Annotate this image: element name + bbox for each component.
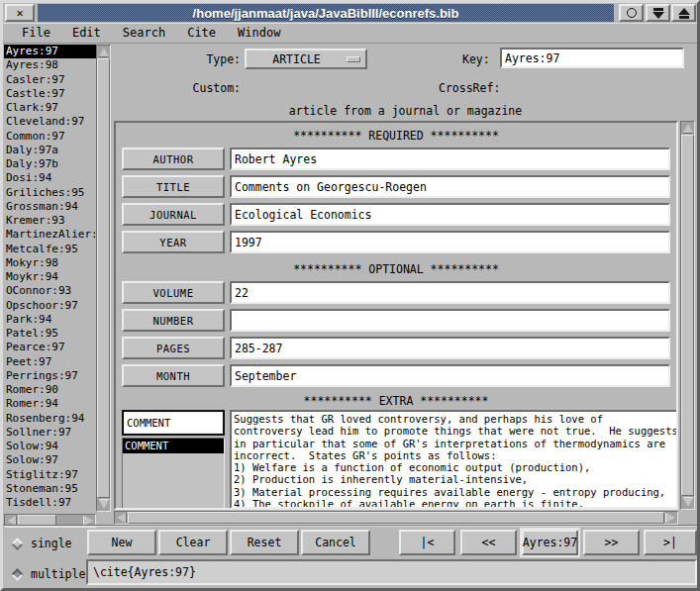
- reference-list-item[interactable]: Daly:97b: [4, 157, 96, 171]
- radio-diamond-icon[interactable]: [11, 568, 24, 581]
- window-close-button[interactable]: ✕: [5, 4, 35, 22]
- reference-list-item[interactable]: Tisdell:97: [4, 496, 96, 510]
- menu-item[interactable]: Window: [229, 24, 289, 42]
- field-label-button[interactable]: PAGES: [122, 337, 225, 359]
- reference-list-item[interactable]: Solow:94: [4, 440, 96, 453]
- reference-list-item[interactable]: Daly:97a: [4, 144, 96, 157]
- reference-list-item[interactable]: MartinezAlier:97: [4, 228, 96, 242]
- scroll-right-icon[interactable]: [664, 512, 677, 524]
- field-input[interactable]: [230, 364, 670, 387]
- nav-button[interactable]: >>: [583, 530, 640, 555]
- window-shade-button[interactable]: [646, 4, 670, 22]
- field-input[interactable]: [230, 175, 670, 198]
- nav-button[interactable]: <<: [460, 530, 517, 555]
- mode-multiple[interactable]: multiple: [3, 559, 86, 589]
- reference-list-item[interactable]: Romer:90: [4, 383, 96, 397]
- reference-list-item[interactable]: Kremer:93: [4, 214, 96, 228]
- reference-list-item[interactable]: Moykr:94: [4, 270, 96, 284]
- scrollbar-track[interactable]: [97, 58, 110, 498]
- field-label-button[interactable]: JOURNAL: [122, 203, 225, 226]
- scrollbar-thumb[interactable]: [128, 512, 664, 524]
- field-label-button[interactable]: MONTH: [122, 364, 225, 387]
- field-input[interactable]: [230, 281, 670, 304]
- reference-list-item[interactable]: Stiglitz:97: [4, 468, 96, 482]
- window-menu-button[interactable]: [619, 4, 644, 22]
- scrollbar-track[interactable]: [128, 512, 664, 524]
- field-row: YEAR: [122, 231, 670, 253]
- scrollbar-track[interactable]: [681, 135, 694, 496]
- extra-field-name-input[interactable]: [122, 410, 225, 436]
- reference-list-item[interactable]: Ayres:97: [4, 45, 96, 58]
- reference-list-item[interactable]: Grossman:94: [4, 200, 96, 214]
- key-input[interactable]: [500, 48, 684, 68]
- reference-list-item[interactable]: Mokyr:98: [4, 256, 96, 270]
- reference-list-item[interactable]: Sollner:97: [4, 426, 96, 440]
- form-horizontal-scrollbar[interactable]: [114, 511, 678, 525]
- scroll-up-icon[interactable]: [97, 46, 110, 58]
- reference-list-item[interactable]: Rosenberg:94: [4, 412, 96, 426]
- reference-list-item[interactable]: Stoneman:95: [4, 482, 96, 496]
- scroll-down-icon[interactable]: [681, 496, 694, 509]
- nav-button[interactable]: |<: [399, 530, 455, 555]
- entry-form-panel: ********** REQUIRED ********** AUTHOR TI…: [114, 121, 678, 510]
- menu-bar: FileEditSearchCiteWindow: [3, 23, 697, 44]
- reference-list-item[interactable]: Ayres:98: [4, 58, 96, 72]
- type-dropdown[interactable]: ARTICLE: [245, 49, 367, 69]
- nav-button[interactable]: Ayres:97: [522, 530, 578, 555]
- field-row: PAGES: [122, 337, 670, 359]
- scrollbar-thumb[interactable]: [97, 58, 110, 498]
- reference-list-item[interactable]: Casler:97: [4, 73, 96, 87]
- reset-button[interactable]: Reset: [230, 530, 299, 555]
- menu-item[interactable]: File: [13, 24, 59, 42]
- radio-diamond-icon[interactable]: [11, 538, 24, 550]
- extra-field-column: COMMENT: [122, 410, 225, 509]
- nav-button[interactable]: >|: [644, 530, 697, 555]
- extra-field-list-item[interactable]: COMMENT: [123, 439, 224, 453]
- cite-input[interactable]: [86, 559, 697, 585]
- optional-fields: VOLUME NUMBER PAGES MONTH: [120, 281, 672, 387]
- field-input[interactable]: [230, 309, 670, 332]
- menu-item[interactable]: Cite: [178, 24, 225, 42]
- scroll-left-icon[interactable]: [115, 512, 128, 524]
- reference-list-item[interactable]: Opschoor:97: [4, 299, 96, 313]
- reference-list-item[interactable]: Clark:97: [4, 101, 96, 115]
- field-label-button[interactable]: YEAR: [122, 231, 225, 253]
- reference-list-item[interactable]: Metcalfe:95: [4, 243, 96, 256]
- title-bar[interactable]: ✕ /home/jjanmaat/java/JavaBibIII/econref…: [3, 3, 697, 23]
- field-label-button[interactable]: NUMBER: [122, 309, 225, 332]
- cancel-button[interactable]: Cancel: [301, 530, 370, 555]
- reference-list-item[interactable]: Dosi:94: [4, 171, 96, 185]
- reference-list-item[interactable]: Perrings:97: [4, 369, 96, 383]
- reference-list-item[interactable]: Castle:97: [4, 87, 96, 101]
- reference-list-item[interactable]: Pearce:97: [4, 341, 96, 354]
- reference-list-item[interactable]: Solow:97: [4, 453, 96, 467]
- reference-list-item[interactable]: Romer:94: [4, 397, 96, 411]
- scroll-down-icon[interactable]: [97, 498, 110, 511]
- field-input[interactable]: [230, 148, 670, 170]
- field-label-button[interactable]: AUTHOR: [122, 148, 225, 170]
- field-input[interactable]: [230, 203, 670, 226]
- window-maximize-button[interactable]: [671, 4, 696, 22]
- reference-list-item[interactable]: Patel:95: [4, 327, 96, 341]
- field-label-button[interactable]: VOLUME: [122, 281, 225, 304]
- mode-single[interactable]: single: [3, 529, 86, 558]
- reference-list-item[interactable]: Griliches:95: [4, 186, 96, 200]
- list-vertical-scrollbar[interactable]: [96, 45, 111, 512]
- scroll-up-icon[interactable]: [681, 122, 694, 135]
- reference-list-item[interactable]: Common:97: [4, 130, 96, 144]
- field-input[interactable]: [230, 337, 670, 359]
- new-button[interactable]: New: [87, 530, 156, 555]
- form-vertical-scrollbar[interactable]: [680, 121, 695, 510]
- menu-item[interactable]: Search: [114, 24, 174, 42]
- reference-list-item[interactable]: OConnor:93: [4, 284, 96, 298]
- reference-list-item[interactable]: Cleveland:97: [4, 115, 96, 129]
- scrollbar-thumb[interactable]: [681, 135, 694, 496]
- menu-item[interactable]: Edit: [63, 24, 110, 42]
- clear-button[interactable]: Clear: [158, 530, 228, 555]
- reference-list-item[interactable]: Peet:97: [4, 355, 96, 369]
- field-label-button[interactable]: TITLE: [122, 175, 225, 198]
- comment-textarea[interactable]: Suggests that GR loved controversy, and …: [230, 410, 678, 509]
- reference-list-item[interactable]: Park:94: [4, 313, 96, 327]
- field-input[interactable]: [230, 231, 670, 253]
- mode-single-label: single: [31, 537, 72, 550]
